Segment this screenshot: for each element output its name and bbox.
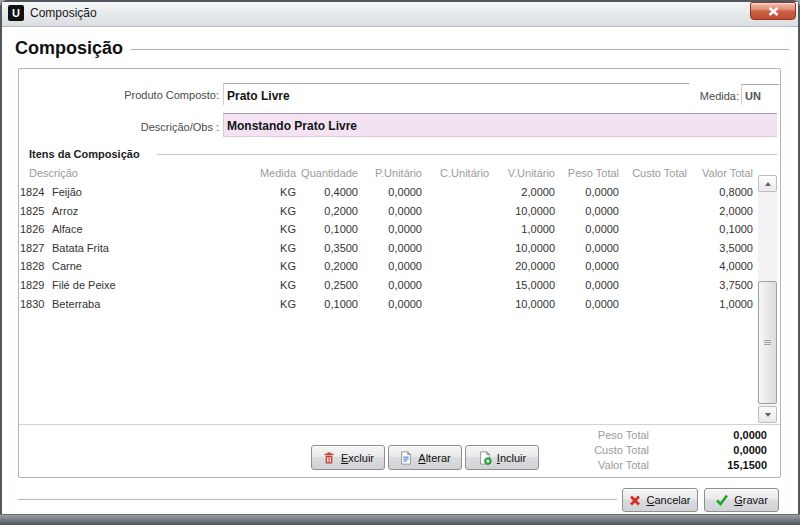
arrow-down-icon (765, 413, 771, 417)
cell-custo_total (621, 220, 689, 239)
cell-medida: KG (240, 257, 298, 276)
column-header-custo-total: Custo Total (621, 164, 689, 182)
table-bottom-divider (19, 424, 780, 425)
cell-v_unitario: 10,0000 (491, 239, 557, 258)
scrollbar-track[interactable] (758, 192, 777, 406)
column-header-v-unitario: V.Unitário (491, 164, 557, 182)
cell-valor_total: 1,0000 (689, 295, 755, 314)
table-scrollbar[interactable] (758, 175, 777, 423)
cell-id: 1824 (20, 183, 46, 202)
cell-medida: KG (240, 239, 298, 258)
scrollbar-up-button[interactable] (758, 175, 777, 192)
titlebar[interactable]: U Composição (0, 0, 800, 27)
cell-v_unitario: 15,0000 (491, 276, 557, 295)
table-row[interactable]: 1825ArrozKG0,20000,000010,00000,00002,00… (20, 202, 755, 221)
medida-input[interactable] (741, 84, 779, 105)
column-header-c-unitario: C.Unitário (424, 164, 491, 182)
cell-medida: KG (240, 202, 298, 221)
table-row[interactable]: 1828CarneKG0,20000,000020,00000,00004,00… (20, 257, 755, 276)
cell-quantidade: 0,3500 (298, 239, 360, 258)
cancelar-button[interactable]: Cancelar (622, 488, 698, 512)
cell-custo_total (621, 257, 689, 276)
cell-p_unitario: 0,0000 (360, 239, 424, 258)
scrollbar-down-button[interactable] (758, 406, 777, 423)
trash-icon (322, 451, 336, 465)
items-section-divider (157, 154, 777, 155)
cell-quantidade: 0,4000 (298, 183, 360, 202)
produto-composto-input[interactable] (223, 83, 689, 105)
table-row[interactable]: 1826AlfaceKG0,10000,00001,00000,00000,10… (20, 220, 755, 239)
cell-v_unitario: 10,0000 (491, 295, 557, 314)
cell-v_unitario: 2,0000 (491, 183, 557, 202)
cell-peso_total: 0,0000 (557, 220, 621, 239)
cell-c_unitario (424, 257, 491, 276)
cell-p_unitario: 0,0000 (360, 295, 424, 314)
cell-c_unitario (424, 239, 491, 258)
column-header-quantidade: Quantidade (298, 164, 360, 182)
cell-quantidade: 0,2000 (298, 257, 360, 276)
table-row[interactable]: 1827Batata FritaKG0,35000,000010,00000,0… (20, 239, 755, 258)
cell-p_unitario: 0,0000 (360, 202, 424, 221)
composicao-window: U Composição Composição Produto Composto… (0, 0, 800, 525)
alterar-button[interactable]: Alterar (388, 445, 462, 470)
gravar-button[interactable]: Gravar (704, 488, 779, 512)
cell-p_unitario: 0,0000 (360, 220, 424, 239)
peso-total-value: 0,0000 (733, 428, 767, 443)
cell-descricao: Batata Frita (46, 239, 240, 258)
cell-custo_total (621, 183, 689, 202)
cell-id: 1829 (20, 276, 46, 295)
cell-custo_total (621, 276, 689, 295)
cell-custo_total (621, 202, 689, 221)
cell-custo_total (621, 239, 689, 258)
items-section-title: Itens da Composição (29, 148, 140, 160)
cell-descricao: Feijão (46, 183, 240, 202)
close-button[interactable] (750, 2, 796, 20)
cell-medida: KG (240, 276, 298, 295)
cell-peso_total: 0,0000 (557, 202, 621, 221)
alterar-label: Alterar (418, 452, 450, 464)
thumb-grip-icon (764, 340, 771, 345)
cell-quantidade: 0,1000 (298, 295, 360, 314)
custo-total-value: 0,0000 (733, 443, 767, 458)
cell-id: 1825 (20, 202, 46, 221)
cell-custo_total (621, 295, 689, 314)
items-table-body: 1824FeijãoKG0,40000,00002,00000,00000,80… (20, 183, 755, 313)
window-border-top (0, 0, 800, 2)
main-panel: Produto Composto: Medida: Descrição/Obs … (18, 68, 781, 478)
scrollbar-thumb[interactable] (758, 281, 777, 404)
cell-medida: KG (240, 183, 298, 202)
heading-divider (131, 49, 789, 50)
descricao-obs-input[interactable] (223, 113, 777, 137)
cell-id: 1826 (20, 220, 46, 239)
excluir-label: Excluir (341, 452, 374, 464)
arrow-up-icon (765, 182, 771, 186)
valor-total-label: Valor Total (598, 458, 649, 473)
excluir-button[interactable]: Excluir (311, 445, 385, 470)
cancelar-label: Cancelar (646, 494, 690, 506)
cell-quantidade: 0,2000 (298, 202, 360, 221)
table-row[interactable]: 1829Filé de PeixeKG0,25000,000015,00000,… (20, 276, 755, 295)
cell-peso_total: 0,0000 (557, 239, 621, 258)
cell-id: 1827 (20, 239, 46, 258)
items-table-header: Descrição Medida Quantidade P.Unitário C… (20, 164, 755, 182)
cell-id: 1830 (20, 295, 46, 314)
table-row[interactable]: 1830BeterrabaKG0,10000,000010,00000,0000… (20, 295, 755, 314)
cell-p_unitario: 0,0000 (360, 183, 424, 202)
document-add-icon (478, 451, 492, 465)
incluir-button[interactable]: Incluir (465, 445, 539, 470)
descricao-obs-label: Descrição/Obs : (19, 121, 219, 133)
produto-composto-label: Produto Composto: (19, 89, 219, 101)
column-header-valor-total: Valor Total (689, 164, 755, 182)
cell-descricao: Beterraba (46, 295, 240, 314)
cell-c_unitario (424, 183, 491, 202)
column-header-peso-total: Peso Total (557, 164, 621, 182)
cell-medida: KG (240, 220, 298, 239)
cell-peso_total: 0,0000 (557, 183, 621, 202)
cell-v_unitario: 20,0000 (491, 257, 557, 276)
confirm-check-icon (715, 494, 729, 506)
app-icon[interactable]: U (8, 5, 24, 21)
cell-valor_total: 0,1000 (689, 220, 755, 239)
incluir-label: Incluir (497, 452, 526, 464)
medida-label: Medida: (639, 90, 739, 102)
table-row[interactable]: 1824FeijãoKG0,40000,00002,00000,00000,80… (20, 183, 755, 202)
